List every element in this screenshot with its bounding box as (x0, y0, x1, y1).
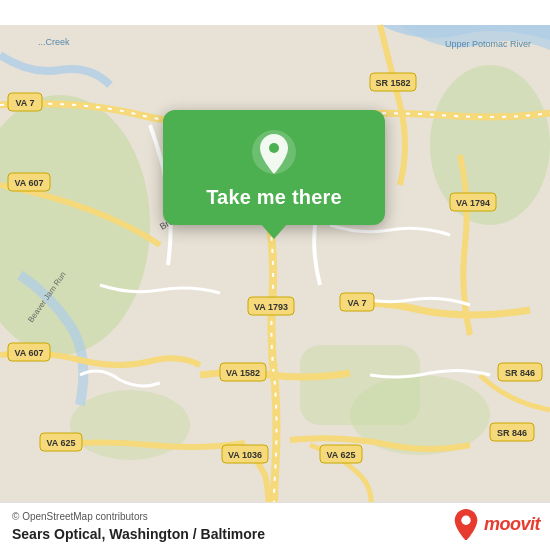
svg-text:Upper Potomac River: Upper Potomac River (445, 39, 531, 49)
svg-text:VA 1036: VA 1036 (228, 450, 262, 460)
map-container: VA 7 SR 1582 VA 1794 VA 607 VA 1793 VA 7… (0, 0, 550, 550)
svg-text:VA 1794: VA 1794 (456, 198, 490, 208)
svg-text:VA 607: VA 607 (14, 178, 43, 188)
location-title: Sears Optical, Washington / Baltimore (12, 526, 265, 542)
moovit-logo: moovit (452, 508, 540, 540)
moovit-text: moovit (484, 514, 540, 535)
svg-text:VA 607: VA 607 (14, 348, 43, 358)
map-background: VA 7 SR 1582 VA 1794 VA 607 VA 1793 VA 7… (0, 0, 550, 550)
popup-card[interactable]: Take me there (163, 110, 385, 225)
svg-text:VA 1582: VA 1582 (226, 368, 260, 378)
svg-text:SR 846: SR 846 (505, 368, 535, 378)
svg-text:VA 1793: VA 1793 (254, 302, 288, 312)
location-pin-icon (250, 128, 298, 176)
svg-point-37 (269, 143, 279, 153)
svg-text:...Creek: ...Creek (38, 37, 70, 47)
svg-text:VA 7: VA 7 (15, 98, 34, 108)
svg-text:SR 846: SR 846 (497, 428, 527, 438)
svg-text:SR 1582: SR 1582 (375, 78, 410, 88)
svg-text:VA 625: VA 625 (326, 450, 355, 460)
svg-point-38 (461, 516, 470, 525)
moovit-pin-icon (452, 508, 480, 540)
take-me-there-button[interactable]: Take me there (206, 186, 342, 209)
svg-text:VA 625: VA 625 (46, 438, 75, 448)
svg-text:VA 7: VA 7 (347, 298, 366, 308)
bottom-bar: © OpenStreetMap contributors Sears Optic… (0, 502, 550, 550)
